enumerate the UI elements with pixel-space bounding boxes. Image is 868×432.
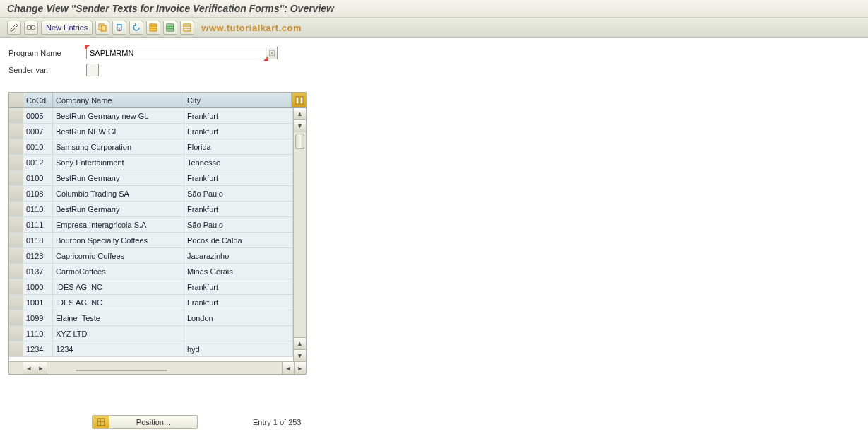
table-body: 0005BestRun Germany new GLFrankfurt0007B… [9,108,306,361]
cell-city: Florida [184,139,293,154]
sender-var-input[interactable] [86,64,99,76]
cell-cocd: 0100 [23,170,53,185]
undo-icon[interactable] [129,21,143,35]
position-label: Position... [114,418,193,426]
row-selector[interactable] [9,155,23,170]
scroll-up-step-icon[interactable]: ▲ [294,337,306,349]
table-row[interactable]: 0123Capricornio CoffeesJacarazinho [9,248,306,264]
table-row[interactable]: 12341234hyd [9,341,306,357]
table-row[interactable]: 1099Elaine_TesteLondon [9,310,306,326]
select-all-icon[interactable] [146,21,160,35]
cell-company-name: Samsung Corporation [53,139,184,154]
table-row[interactable]: 0012Sony EntertainmentTennesse [9,155,306,170]
scroll-right-step-icon[interactable]: ► [35,362,47,374]
col-header-city[interactable]: City [184,93,292,107]
cell-cocd: 0111 [23,217,53,232]
col-header-cocd[interactable]: CoCd [23,93,53,107]
vertical-scrollbar[interactable]: ▲ ▼ ▲ ▼ [293,108,306,361]
select-block-icon[interactable] [163,21,177,35]
cell-cocd: 0010 [23,139,53,154]
table-row[interactable]: 0118Bourbon Specialty CoffeesPocos de Ca… [9,233,306,248]
svg-rect-8 [150,24,157,31]
row-selector[interactable] [9,233,23,247]
cell-city: Minas Gerais [184,264,293,279]
horizontal-scrollbar[interactable]: ◄ ► ◄ ► [9,361,306,374]
svg-rect-12 [167,26,174,29]
row-selector[interactable] [9,310,23,325]
row-selector[interactable] [9,326,23,341]
cell-cocd: 0137 [23,264,53,279]
scroll-down-icon[interactable]: ▼ [294,349,306,361]
select-all-rows[interactable] [9,93,23,107]
table-row[interactable]: 0100BestRun GermanyFrankfurt [9,170,306,186]
position-button[interactable]: Position... [92,415,198,429]
cell-cocd: 0012 [23,155,53,170]
cell-city: São Paulo [184,186,293,201]
row-selector[interactable] [9,248,23,263]
cell-company-name: BestRun Germany new GL [53,108,184,123]
cell-city [184,326,293,341]
table-row[interactable]: 0137CarmoCoffeesMinas Gerais [9,264,306,279]
cell-cocd: 1110 [23,326,53,341]
cell-cocd: 0005 [23,108,53,123]
row-selector[interactable] [9,264,23,279]
deselect-all-icon[interactable] [180,21,194,35]
cell-cocd: 0110 [23,202,53,216]
table-row[interactable]: 0010Samsung CorporationFlorida [9,139,306,155]
cell-city: Frankfurt [184,108,293,123]
row-selector[interactable] [9,124,23,139]
scroll-right-icon[interactable]: ► [294,362,306,374]
table-settings-icon[interactable] [292,93,306,107]
table-row[interactable]: 0108Columbia Trading SASão Paulo [9,186,306,202]
scroll-left-step-icon[interactable]: ◄ [282,362,294,374]
svg-rect-13 [184,24,191,31]
table-row[interactable]: 0007BestRun NEW GLFrankfurt [9,124,306,139]
col-header-company-name[interactable]: Company Name [53,93,184,107]
row-selector[interactable] [9,202,23,216]
row-selector[interactable] [9,139,23,154]
table-row[interactable]: 0111Empresa Interagricola S.ASão Paulo [9,217,306,233]
new-entries-button[interactable]: New Entries [41,21,93,35]
table-row[interactable]: 0110BestRun GermanyFrankfurt [9,202,306,217]
row-selector[interactable] [9,295,23,310]
copy-icon[interactable] [95,21,109,35]
cell-company-name: IDES AG INC [53,295,184,310]
cell-company-name: Empresa Interagricola S.A [53,217,184,232]
scrollbar-thumb[interactable] [295,134,304,149]
row-selector[interactable] [9,170,23,185]
scroll-left-icon[interactable]: ◄ [23,362,35,374]
row-selector[interactable] [9,341,23,356]
cell-company-name: BestRun NEW GL [53,124,184,139]
row-selector[interactable] [9,279,23,294]
program-name-label: Program Name [8,49,86,57]
table-row[interactable]: 1000IDES AG INCFrankfurt [9,279,306,295]
cell-company-name: BestRun Germany [53,202,184,216]
cell-city: Jacarazinho [184,248,293,263]
form-area: Program Name Sender var. [0,38,868,86]
table-row[interactable]: 1001IDES AG INCFrankfurt [9,295,306,310]
cell-company-name: Bourbon Specialty Coffees [53,233,184,247]
row-selector[interactable] [9,186,23,201]
cell-cocd: 0007 [23,124,53,139]
cell-cocd: 0123 [23,248,53,263]
cell-cocd: 0108 [23,186,53,201]
svg-point-17 [271,52,273,54]
delete-icon[interactable] [112,21,126,35]
footer: Position... Entry 1 of 253 [8,415,302,429]
program-name-input[interactable] [86,47,266,59]
table-row[interactable]: 1110XYZ LTD [9,326,306,341]
toggle-display-change-icon[interactable] [7,21,21,35]
row-selector[interactable] [9,217,23,232]
hscroll-thumb[interactable] [76,370,167,371]
entry-counter: Entry 1 of 253 [253,418,302,426]
table-row[interactable]: 0005BestRun Germany new GLFrankfurt [9,108,306,124]
scroll-down-step-icon[interactable]: ▼ [294,120,306,132]
cell-city: São Paulo [184,217,293,232]
cell-company-name: CarmoCoffees [53,264,184,279]
cell-cocd: 1001 [23,295,53,310]
where-used-icon[interactable] [24,21,38,35]
scroll-up-icon[interactable]: ▲ [294,108,306,120]
row-selector[interactable] [9,108,23,123]
cell-city: Frankfurt [184,279,293,294]
cell-cocd: 1000 [23,279,53,294]
